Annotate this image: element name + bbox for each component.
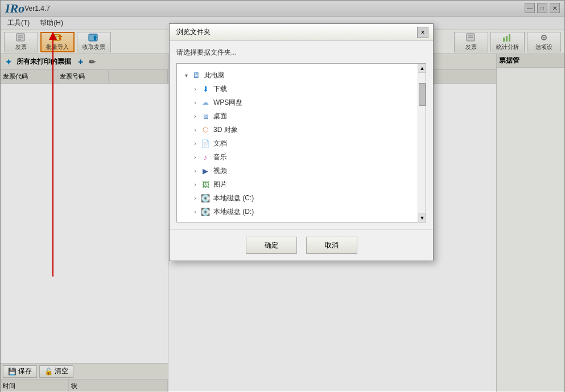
video-icon: ▶ — [200, 166, 211, 176]
docs-icon: 📄 — [200, 138, 211, 148]
tree-scrollbar[interactable]: ▲ ▼ — [418, 64, 426, 222]
tree-item-disk-c[interactable]: › 💽 本地磁盘 (C:) — [179, 191, 423, 205]
tree-item-3d[interactable]: › ⬡ 3D 对象 — [179, 123, 423, 137]
dialog-close-button[interactable]: × — [417, 27, 428, 38]
dialog-overlay: 浏览文件夹 × 请选择要据文件夹... ▾ 🖥 此电脑 — [1, 1, 564, 391]
music-icon: ♪ — [200, 152, 211, 162]
tree-toggle-music[interactable]: › — [191, 152, 200, 162]
scrollbar-down[interactable]: ▼ — [418, 213, 426, 222]
tree-item-computer[interactable]: ▾ 🖥 此电脑 — [179, 68, 423, 82]
dialog-footer: 确定 取消 — [170, 229, 433, 261]
tree-toggle-3d[interactable]: › — [191, 125, 200, 134]
tree-item-disk-d[interactable]: › 💽 本地磁盘 (D:) — [179, 205, 423, 218]
dialog-prompt: 请选择要据文件夹... — [176, 48, 426, 57]
tree-item-video[interactable]: › ▶ 视频 — [179, 164, 423, 178]
tree-toggle-downloads[interactable]: › — [191, 84, 200, 93]
download-icon: ⬇ — [200, 84, 211, 94]
tree-item-downloads[interactable]: › ⬇ 下载 — [179, 82, 423, 96]
browse-folder-dialog: 浏览文件夹 × 请选择要据文件夹... ▾ 🖥 此电脑 — [169, 23, 434, 261]
tree-label-disk-d: 本地磁盘 (D:) — [213, 207, 254, 217]
tree-label-pictures: 图片 — [213, 180, 227, 189]
wps-cloud-icon: ☁ — [200, 97, 211, 108]
tree-label-computer: 此电脑 — [204, 71, 225, 80]
tree-toggle-video[interactable]: › — [191, 166, 200, 175]
tree-label-music: 音乐 — [213, 152, 227, 162]
desktop-icon: 🖥 — [200, 111, 211, 121]
tree-toggle-docs[interactable]: › — [191, 139, 200, 148]
tree-toggle-computer[interactable]: ▾ — [182, 71, 191, 80]
computer-icon: 🖥 — [191, 70, 202, 80]
tree-item-pictures[interactable]: › 🖼 图片 — [179, 178, 423, 191]
tree-toggle-wps[interactable]: › — [191, 98, 200, 107]
tree-toggle-disk-d[interactable]: › — [191, 207, 200, 216]
tree-item-docs[interactable]: › 📄 文档 — [179, 137, 423, 150]
scrollbar-up[interactable]: ▲ — [418, 64, 426, 73]
tree-item-wps[interactable]: › ☁ WPS网盘 — [179, 96, 423, 109]
dialog-title-text: 浏览文件夹 — [176, 27, 211, 37]
tree-toggle-pictures[interactable]: › — [191, 180, 200, 189]
tree-item-music[interactable]: › ♪ 音乐 — [179, 150, 423, 164]
tree-label-docs: 文档 — [213, 139, 227, 148]
dialog-title-bar: 浏览文件夹 × — [170, 24, 433, 41]
file-tree: ▾ 🖥 此电脑 › ⬇ 下载 › — [177, 64, 426, 222]
main-window: IRo Ver1.4.7 — □ ✕ 工具(T) 帮助(H) 发票 — [0, 0, 565, 392]
tree-toggle-desktop[interactable]: › — [191, 112, 200, 121]
tree-label-downloads: 下载 — [213, 84, 227, 94]
3d-icon: ⬡ — [200, 125, 211, 135]
scrollbar-thumb[interactable] — [419, 83, 426, 106]
disk-d-icon: 💽 — [200, 207, 211, 217]
disk-c-icon: 💽 — [200, 193, 211, 203]
confirm-button[interactable]: 确定 — [246, 237, 297, 254]
tree-label-video: 视频 — [213, 166, 227, 176]
tree-label-desktop: 桌面 — [213, 112, 227, 121]
pictures-icon: 🖼 — [200, 179, 211, 189]
file-tree-container: ▾ 🖥 此电脑 › ⬇ 下载 › — [176, 63, 426, 222]
tree-label-wps: WPS网盘 — [213, 98, 242, 108]
tree-item-desktop[interactable]: › 🖥 桌面 — [179, 109, 423, 123]
tree-label-disk-c: 本地磁盘 (C:) — [213, 193, 254, 203]
dialog-body: 请选择要据文件夹... ▾ 🖥 此电脑 › ⬇ — [170, 41, 433, 229]
tree-toggle-disk-c[interactable]: › — [191, 193, 200, 203]
tree-label-3d: 3D 对象 — [213, 125, 238, 135]
cancel-button[interactable]: 取消 — [306, 237, 357, 254]
